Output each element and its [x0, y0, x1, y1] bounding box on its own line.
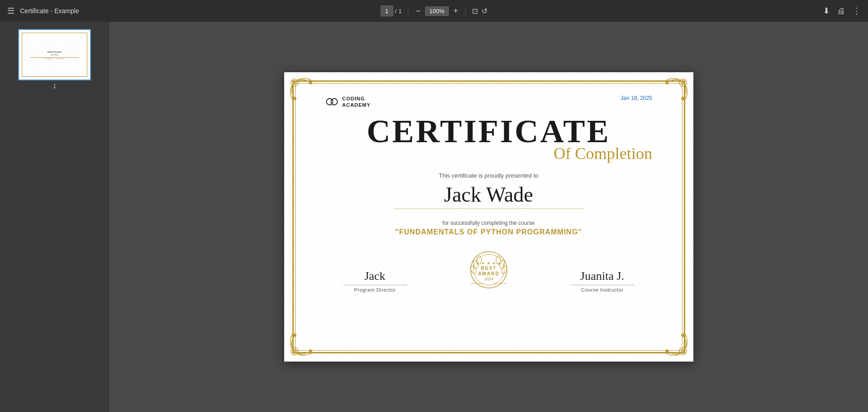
cert-date: Jan 18, 2025 [621, 95, 652, 101]
sig1-label: Program Director [354, 287, 396, 293]
logo-icon [325, 95, 339, 109]
svg-text:AWARD: AWARD [478, 271, 499, 276]
zoom-display: 100% [425, 6, 449, 16]
page-thumbnail[interactable]: CERTIFICATE Jack Wade [18, 29, 91, 80]
cert-header: CODING ACADEMY Jan 18, 2025 [325, 95, 652, 109]
sig1-name: Jack [364, 269, 385, 283]
download-icon[interactable]: ⬇ [823, 6, 830, 16]
topbar-center: / 1 − 100% + ⊡ ↺ [381, 5, 488, 16]
page-current-input[interactable] [381, 5, 393, 16]
menu-icon[interactable]: ☰ [7, 6, 15, 16]
zoom-out-button[interactable]: − [415, 7, 421, 15]
topbar-left: ☰ Certificate - Example [7, 6, 79, 16]
cert-presented-text: This certificate is proudly presented to [439, 172, 538, 179]
page-separator: / [395, 8, 397, 15]
topbar: ☰ Certificate - Example / 1 − 100% + ⊡ ↺… [0, 0, 868, 22]
topbar-separator-2 [465, 6, 466, 15]
svg-point-25 [682, 350, 684, 352]
cert-title-main: CERTIFICATE [366, 115, 610, 148]
cert-subtitle: Of Completion [554, 144, 652, 163]
cert-recipient-name: Jack Wade [444, 183, 533, 207]
page-indicator: / 1 [381, 5, 402, 16]
cert-completing-text: for successfully completing the course [442, 220, 535, 226]
svg-point-4 [294, 82, 296, 84]
signature-block-1: Jack Program Director [343, 269, 407, 293]
topbar-right: ⬇ 🖨 ⋮ [823, 6, 861, 16]
thumbnail-container: CERTIFICATE Jack Wade 1 [18, 29, 91, 89]
cert-logo: CODING ACADEMY [325, 95, 371, 109]
more-icon[interactable]: ⋮ [853, 6, 861, 16]
award-seal: ★ ★ ★ ★ ★ BEST AWARD 2024 [466, 247, 512, 293]
zoom-in-button[interactable]: + [452, 7, 459, 15]
svg-point-6 [294, 98, 296, 99]
svg-text:★ ★ ★ ★ ★: ★ ★ ★ ★ ★ [476, 262, 502, 265]
svg-point-18 [294, 350, 296, 352]
svg-point-5 [310, 82, 311, 84]
document-title: Certificate - Example [20, 7, 79, 15]
award-seal-svg: ★ ★ ★ ★ ★ BEST AWARD 2024 [466, 247, 512, 293]
sig1-line [343, 285, 407, 285]
cert-course-name: "FUNDAMENTALS OF PYTHON PROGRAMMING" [395, 228, 582, 236]
topbar-separator-1 [408, 6, 408, 15]
svg-point-29 [331, 99, 337, 105]
sig2-line [571, 285, 634, 285]
main-area: CERTIFICATE Jack Wade 1 [0, 22, 868, 412]
cert-content: CODING ACADEMY Jan 18, 2025 CERTIFICATE … [298, 86, 680, 348]
fit-page-button[interactable]: ⊡ [472, 7, 478, 15]
logo-text: CODING ACADEMY [342, 95, 371, 109]
cert-name-line [393, 208, 584, 209]
print-icon[interactable]: 🖨 [837, 6, 845, 16]
svg-text:2024: 2024 [483, 277, 493, 281]
signature-block-2: Juanita J. Course Instructor [571, 269, 634, 293]
thumbnail-page-number: 1 [53, 83, 56, 89]
svg-point-11 [682, 82, 684, 84]
history-button[interactable]: ↺ [482, 7, 487, 15]
sig2-name: Juanita J. [580, 269, 624, 283]
cert-signatures: Jack Program Director [325, 247, 652, 293]
sig2-label: Course Instructor [581, 287, 623, 293]
page-total: 1 [398, 8, 401, 15]
svg-text:BEST: BEST [481, 266, 497, 271]
sidebar: CERTIFICATE Jack Wade 1 [0, 22, 109, 412]
certificate-page: CODING ACADEMY Jan 18, 2025 CERTIFICATE … [284, 72, 693, 362]
content-area: CODING ACADEMY Jan 18, 2025 CERTIFICATE … [109, 22, 868, 412]
